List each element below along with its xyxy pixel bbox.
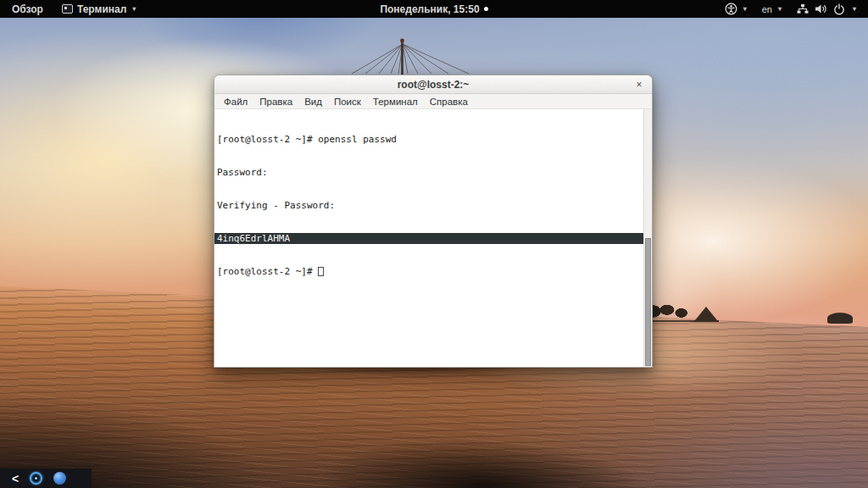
terminal-line: Verifying - Password: (217, 200, 642, 211)
close-button[interactable]: × (632, 75, 647, 94)
terminal-line: [root@losst-2 ~]# openssl passwd (217, 134, 642, 145)
chevron-left-icon[interactable]: < (12, 473, 19, 485)
terminal-menubar: Файл Правка Вид Поиск Терминал Справка (214, 94, 652, 109)
activities-label: Обзор (12, 3, 43, 15)
chevron-down-icon: ▾ (778, 5, 782, 13)
network-wired-icon (797, 3, 809, 14)
system-menu[interactable]: ▾ (793, 0, 860, 18)
blue-sphere-app-icon[interactable] (53, 472, 66, 485)
terminal-line: Password: (217, 167, 642, 178)
activities-button[interactable]: Обзор (8, 0, 47, 18)
chevron-down-icon: ▾ (853, 5, 856, 13)
terminal-window: root@losst-2:~ × Файл Правка Вид Поиск Т… (214, 75, 653, 368)
app-menu-terminal[interactable]: Терминал ▾ (58, 0, 139, 18)
terminal-app-icon (62, 4, 73, 14)
chevron-down-icon: ▾ (743, 5, 747, 13)
top-bar: Обзор Терминал ▾ Понедельник, 15:50 ▾ (0, 0, 868, 18)
hut-base-silhouette (693, 320, 719, 322)
chevron-down-icon: ▾ (132, 5, 136, 13)
menu-edit[interactable]: Правка (253, 94, 298, 109)
terminal-cursor (318, 267, 324, 276)
notification-dot (484, 7, 488, 11)
scrollbar-thumb[interactable] (645, 238, 651, 366)
boat-mast-silhouette (350, 34, 477, 75)
window-titlebar[interactable]: root@losst-2:~ × (214, 75, 652, 94)
window-title: root@losst-2:~ (398, 79, 470, 91)
terminal-scrollbar[interactable] (643, 109, 652, 367)
desktop: Обзор Терминал ▾ Понедельник, 15:50 ▾ (0, 0, 868, 488)
clock-button[interactable]: Понедельник, 15:50 (376, 0, 491, 18)
menu-search[interactable]: Поиск (328, 94, 367, 109)
menu-file[interactable]: Файл (218, 94, 253, 109)
keyboard-layout-menu[interactable]: en ▾ (759, 0, 785, 18)
clock-label: Понедельник, 15:50 (380, 3, 479, 15)
blue-ring-app-icon[interactable] (30, 472, 42, 485)
hut-silhouette (695, 307, 717, 320)
power-icon (833, 3, 845, 15)
volume-icon (815, 3, 827, 14)
app-menu-label: Терминал (77, 3, 126, 15)
accessibility-icon (725, 3, 737, 15)
pier-silhouette (648, 320, 695, 322)
menu-help[interactable]: Справка (424, 94, 474, 109)
keyboard-layout-label: en (762, 4, 772, 14)
terminal-output[interactable]: [root@losst-2 ~]# openssl passwd Passwor… (214, 109, 652, 367)
bottom-dock: < (0, 469, 92, 488)
terminal-prompt-line: [root@losst-2 ~]# (217, 266, 642, 277)
far-island-silhouette (827, 313, 853, 324)
menu-terminal[interactable]: Терминал (367, 94, 424, 109)
accessibility-menu[interactable]: ▾ (721, 0, 750, 18)
menu-view[interactable]: Вид (298, 94, 328, 109)
terminal-line-highlighted: 4inq6EdrlAHMA (214, 233, 643, 244)
